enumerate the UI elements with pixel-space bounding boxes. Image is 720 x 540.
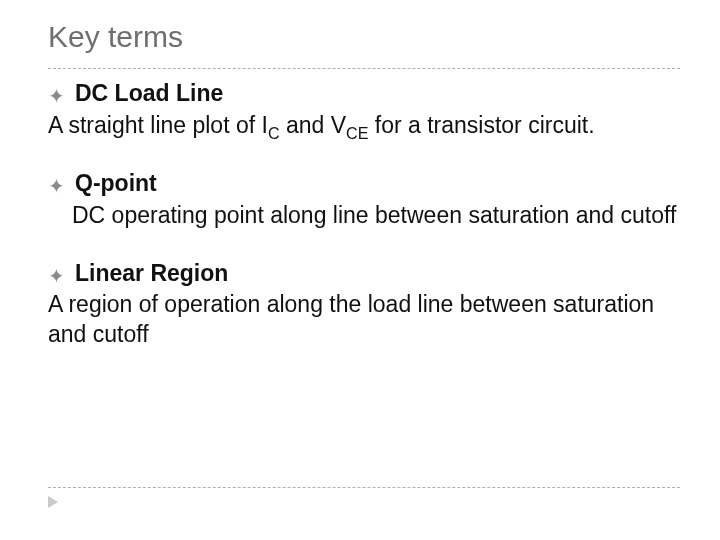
term-definition: A straight line plot of IC and VCE for a… <box>48 111 680 141</box>
def-text: DC operating point along line between sa… <box>72 202 676 228</box>
term-row: ✦ Linear Region <box>48 259 680 289</box>
title-divider <box>48 68 680 69</box>
term-row: ✦ DC Load Line <box>48 79 680 109</box>
term-label: Q-point <box>75 169 157 199</box>
bullet-icon: ✦ <box>48 176 65 196</box>
footer-divider <box>48 487 680 488</box>
term-definition: DC operating point along line between sa… <box>48 201 680 231</box>
subscript: CE <box>346 123 368 141</box>
triangle-icon <box>48 496 58 508</box>
page-title: Key terms <box>48 20 680 60</box>
def-text: A region of operation along the load lin… <box>48 291 654 347</box>
def-text: A straight line plot of I <box>48 112 268 138</box>
bullet-icon: ✦ <box>48 86 65 106</box>
bullet-icon: ✦ <box>48 266 65 286</box>
term-label: DC Load Line <box>75 79 223 109</box>
term-definition: A region of operation along the load lin… <box>48 290 680 350</box>
footer <box>48 487 680 512</box>
term-block: ✦ Q-point DC operating point along line … <box>48 169 680 231</box>
term-label: Linear Region <box>75 259 228 289</box>
subscript: C <box>268 123 280 141</box>
term-row: ✦ Q-point <box>48 169 680 199</box>
def-text: for a transistor circuit. <box>368 112 594 138</box>
term-block: ✦ Linear Region A region of operation al… <box>48 259 680 351</box>
content-area: ✦ DC Load Line A straight line plot of I… <box>48 79 680 350</box>
def-text: and V <box>280 112 347 138</box>
term-block: ✦ DC Load Line A straight line plot of I… <box>48 79 680 141</box>
slide: Key terms ✦ DC Load Line A straight line… <box>0 0 720 540</box>
